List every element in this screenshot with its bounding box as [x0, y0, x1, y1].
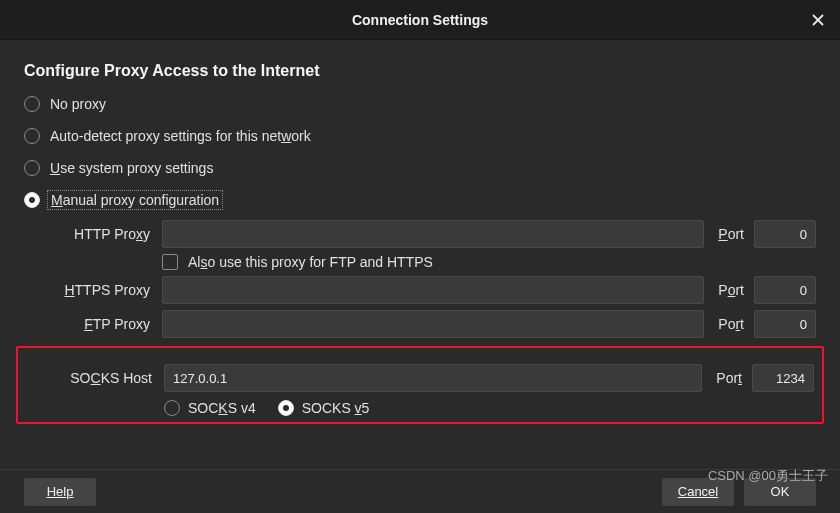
ftp-proxy-row: FTP Proxy Port [24, 310, 816, 338]
ok-button[interactable]: OK [744, 478, 816, 506]
dialog-body: Configure Proxy Access to the Internet N… [0, 40, 840, 469]
radio-icon [24, 128, 40, 144]
socks-host-label: SOCKS Host [26, 370, 156, 386]
radio-label: SOCKS v5 [302, 400, 370, 416]
radio-label: No proxy [50, 96, 106, 112]
http-proxy-row: HTTP Proxy Port [24, 220, 816, 248]
radio-icon [164, 400, 180, 416]
section-title: Configure Proxy Access to the Internet [24, 62, 816, 80]
ftp-proxy-port-input[interactable] [754, 310, 816, 338]
radio-manual-proxy[interactable]: Manual proxy configuration [24, 188, 816, 212]
http-proxy-label: HTTP Proxy [24, 226, 154, 242]
radio-system-proxy[interactable]: Use system proxy settings [24, 156, 816, 180]
radio-icon [24, 96, 40, 112]
http-proxy-port-label: Port [712, 226, 746, 242]
dialog-title: Connection Settings [352, 12, 488, 28]
radio-icon [278, 400, 294, 416]
radio-no-proxy[interactable]: No proxy [24, 92, 816, 116]
radio-label: Use system proxy settings [50, 160, 213, 176]
connection-settings-dialog: Connection Settings Configure Proxy Acce… [0, 0, 840, 513]
radio-label: Manual proxy configuration [47, 190, 223, 210]
manual-proxy-form: HTTP Proxy Port Also use this proxy for … [24, 220, 816, 424]
cancel-button[interactable]: Cancel [662, 478, 734, 506]
close-button[interactable] [808, 10, 828, 30]
ftp-proxy-label: FTP Proxy [24, 316, 154, 332]
also-use-proxy-row[interactable]: Also use this proxy for FTP and HTTPS [162, 254, 816, 270]
checkbox-icon [162, 254, 178, 270]
socks-highlight-box: SOCKS Host Port SOCKS v4 SOCKS v5 [16, 346, 824, 424]
radio-socks-v5[interactable]: SOCKS v5 [278, 400, 370, 416]
https-proxy-port-input[interactable] [754, 276, 816, 304]
ftp-proxy-port-label: Port [712, 316, 746, 332]
radio-icon [24, 192, 40, 208]
titlebar: Connection Settings [0, 0, 840, 40]
help-button[interactable]: Help [24, 478, 96, 506]
socks-version-row: SOCKS v4 SOCKS v5 [164, 400, 814, 416]
radio-auto-detect[interactable]: Auto-detect proxy settings for this netw… [24, 124, 816, 148]
socks-port-label: Port [710, 370, 744, 386]
https-proxy-host-input[interactable] [162, 276, 704, 304]
http-proxy-host-input[interactable] [162, 220, 704, 248]
ftp-proxy-host-input[interactable] [162, 310, 704, 338]
dialog-footer: Help Cancel OK [0, 469, 840, 513]
socks-port-input[interactable] [752, 364, 814, 392]
radio-label: SOCKS v4 [188, 400, 256, 416]
radio-label: Auto-detect proxy settings for this netw… [50, 128, 311, 144]
radio-icon [24, 160, 40, 176]
close-icon [811, 13, 825, 27]
socks-host-row: SOCKS Host Port [26, 364, 814, 392]
also-use-proxy-label: Also use this proxy for FTP and HTTPS [188, 254, 433, 270]
https-proxy-label: HTTPS Proxy [24, 282, 154, 298]
https-proxy-row: HTTPS Proxy Port [24, 276, 816, 304]
radio-socks-v4[interactable]: SOCKS v4 [164, 400, 256, 416]
https-proxy-port-label: Port [712, 282, 746, 298]
http-proxy-port-input[interactable] [754, 220, 816, 248]
socks-host-input[interactable] [164, 364, 702, 392]
